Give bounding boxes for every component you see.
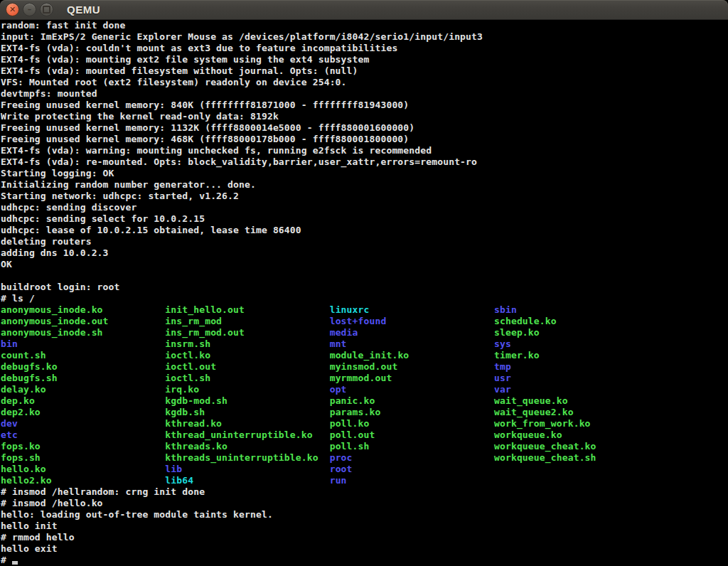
boot-log-line: udhcpc: sending select for 10.0.2.15 bbox=[1, 213, 728, 225]
prompt-line: # bbox=[1, 555, 728, 566]
shell-line: hello: loading out-of-tree module taints… bbox=[1, 509, 728, 520]
ls-output-row: debugfs.ko ioctl.out myinsmod.out tmp bbox=[1, 361, 728, 373]
boot-log-line: random: fast init done bbox=[1, 20, 728, 31]
minimize-dash-icon: – bbox=[28, 6, 32, 14]
boot-log-line: Starting network: udhcpc: started, v1.26… bbox=[1, 191, 728, 202]
minimize-button[interactable]: – bbox=[23, 3, 36, 16]
window-title: QEMU bbox=[67, 4, 100, 16]
boot-log-line: adding dns 10.0.2.3 bbox=[1, 247, 728, 259]
shell-line: hello exit bbox=[1, 543, 728, 555]
ls-output-row: hello.ko lib root bbox=[1, 464, 728, 475]
boot-log-line: udhcpc: lease of 10.0.2.15 obtained, lea… bbox=[1, 225, 728, 236]
window-titlebar[interactable]: ✕ – QEMU bbox=[0, 0, 728, 20]
boot-log-line: devtmpfs: mounted bbox=[1, 88, 728, 100]
boot-log-line: Write protecting the kernel read-only da… bbox=[1, 111, 728, 122]
boot-log-line: EXT4-fs (vda): couldn't mount as ext3 du… bbox=[1, 43, 728, 54]
qemu-window: ✕ – QEMU random: fast init doneinput: Im… bbox=[0, 0, 728, 566]
ls-output-row: count.sh ioctl.ko module_init.ko timer.k… bbox=[1, 350, 728, 361]
maximize-square-icon bbox=[43, 6, 50, 14]
ls-output-row: etc kthread_uninterruptible.ko poll.out … bbox=[1, 429, 728, 441]
boot-log-line: Freeing unused kernel memory: 840K (ffff… bbox=[1, 100, 728, 111]
boot-log-line: buildroot login: root bbox=[1, 282, 728, 293]
terminal-cursor bbox=[12, 555, 18, 565]
shell-line: # rmmod hello bbox=[1, 532, 728, 543]
ls-output-row: anonymous_inode.ko init_hello.out linuxr… bbox=[1, 304, 728, 316]
boot-log-line: EXT4-fs (vda): mounting ext2 file system… bbox=[1, 54, 728, 65]
close-x-icon: ✕ bbox=[9, 6, 16, 14]
boot-log-line: udhcpc: sending discover bbox=[1, 202, 728, 213]
ls-output-row: delay.ko irq.ko opt var bbox=[1, 384, 728, 395]
boot-log-line: Freeing unused kernel memory: 1132K (fff… bbox=[1, 122, 728, 134]
close-button[interactable]: ✕ bbox=[6, 3, 19, 16]
boot-log-line: deleting routers bbox=[1, 236, 728, 247]
boot-log-line: Freeing unused kernel memory: 468K (ffff… bbox=[1, 134, 728, 145]
boot-log-line: # ls / bbox=[1, 293, 728, 304]
boot-log-line bbox=[1, 270, 728, 282]
ls-output-row: hello2.ko lib64 run bbox=[1, 475, 728, 486]
shell-line: hello init bbox=[1, 520, 728, 532]
ls-output-row: dep.ko kgdb-mod.sh panic.ko wait_queue.k… bbox=[1, 395, 728, 407]
terminal-output[interactable]: random: fast init doneinput: ImExPS/2 Ge… bbox=[0, 20, 728, 566]
boot-log-line: VFS: Mounted root (ext2 filesystem) read… bbox=[1, 77, 728, 88]
boot-log-line: OK bbox=[1, 259, 728, 270]
ls-output-row: debugfs.sh ioctl.sh myrmmod.out usr bbox=[1, 373, 728, 384]
boot-log-line: EXT4-fs (vda): warning: mounting uncheck… bbox=[1, 145, 728, 156]
ls-output-row: anonymous_inode.out ins_rm_mod lost+foun… bbox=[1, 316, 728, 327]
ls-output-row: dev kthread.ko poll.ko work_from_work.ko bbox=[1, 418, 728, 429]
boot-log-line: EXT4-fs (vda): mounted filesystem withou… bbox=[1, 65, 728, 77]
boot-log-line: input: ImExPS/2 Generic Explorer Mouse a… bbox=[1, 31, 728, 43]
ls-output-row: anonymous_inode.sh ins_rm_mod.out media … bbox=[1, 327, 728, 338]
ls-output-row: dep2.ko kgdb.sh params.ko wait_queue2.ko bbox=[1, 407, 728, 418]
maximize-button[interactable] bbox=[40, 3, 53, 16]
ls-output-row: fops.sh kthreads_uninterruptible.ko proc… bbox=[1, 452, 728, 464]
ls-output-row: fops.ko kthreads.ko poll.sh workqueue_ch… bbox=[1, 441, 728, 452]
boot-log-line: EXT4-fs (vda): re-mounted. Opts: block_v… bbox=[1, 156, 728, 168]
boot-log-line: Starting logging: OK bbox=[1, 168, 728, 179]
shell-line: # insmod /hellrandom: crng init done bbox=[1, 486, 728, 498]
ls-output-row: bin insrm.sh mnt sys bbox=[1, 338, 728, 350]
boot-log-line: Initializing random number generator... … bbox=[1, 179, 728, 191]
shell-line: # insmod /hello.ko bbox=[1, 498, 728, 509]
